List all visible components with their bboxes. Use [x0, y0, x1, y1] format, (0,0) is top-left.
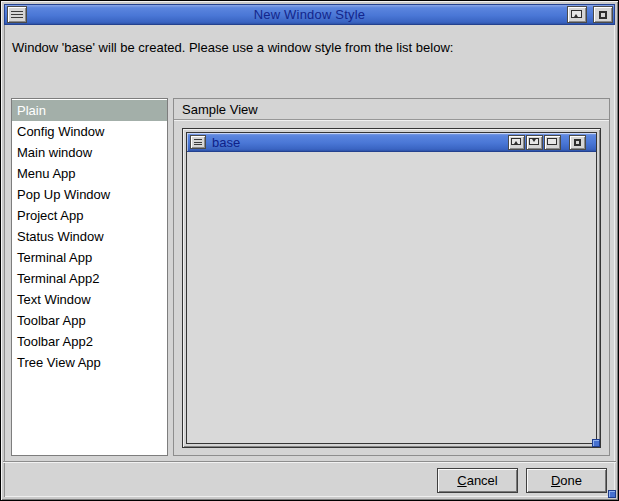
- style-list-item[interactable]: Toolbar App: [12, 310, 167, 331]
- new-window-style-dialog: New Window Style Window 'base' will be c…: [0, 0, 619, 501]
- style-list-item[interactable]: Text Window: [12, 289, 167, 310]
- sample-shade-up-button: [508, 135, 525, 150]
- style-list-item[interactable]: Terminal App: [12, 247, 167, 268]
- style-list-item[interactable]: Main window: [12, 142, 167, 163]
- sample-window-menu-button: [190, 135, 206, 149]
- sample-view-panel: Sample View base: [173, 98, 610, 456]
- instruction-text: Window 'base' will be created. Please us…: [12, 40, 453, 55]
- sample-blank-button: [544, 135, 561, 150]
- style-list-item[interactable]: Project App: [12, 205, 167, 226]
- sample-window-menu-icon: [194, 139, 202, 145]
- window-title: New Window Style: [5, 7, 614, 22]
- shade-down-icon: [529, 138, 539, 145]
- style-list-item[interactable]: Toolbar App2: [12, 331, 167, 352]
- style-list-item[interactable]: Menu App: [12, 163, 167, 184]
- sample-window: base: [186, 132, 597, 444]
- sample-shade-down-button: [526, 135, 543, 150]
- sample-view-label: Sample View: [174, 99, 609, 120]
- sample-resize-grip-icon: [592, 439, 600, 447]
- window-resize-grip-icon[interactable]: [608, 490, 616, 498]
- style-list[interactable]: Plain Config Window Main window Menu App…: [11, 98, 168, 456]
- button-row-divider: [3, 461, 616, 463]
- sample-window-frame: base: [182, 128, 601, 448]
- sample-maximize-icon: [574, 139, 581, 146]
- sample-titlebar: base: [187, 133, 596, 152]
- cancel-button[interactable]: Cancel: [437, 468, 518, 493]
- shade-button[interactable]: [567, 6, 587, 23]
- done-accelerator: D: [551, 473, 560, 488]
- cancel-label: ancel: [467, 473, 498, 488]
- shade-icon: [571, 10, 582, 18]
- style-list-item[interactable]: Config Window: [12, 121, 167, 142]
- style-list-item[interactable]: Plain: [12, 100, 167, 121]
- done-label: one: [560, 473, 582, 488]
- style-list-item[interactable]: Pop Up Window: [12, 184, 167, 205]
- empty-box-icon: [547, 138, 557, 145]
- done-button[interactable]: Done: [526, 468, 607, 493]
- sample-window-title: base: [212, 135, 240, 150]
- sample-maximize-button: [569, 135, 586, 150]
- cancel-accelerator: C: [457, 473, 466, 488]
- style-list-item[interactable]: Terminal App2: [12, 268, 167, 289]
- style-list-item[interactable]: Status Window: [12, 226, 167, 247]
- maximize-button[interactable]: [593, 6, 613, 23]
- maximize-icon: [599, 11, 607, 19]
- shade-up-icon: [511, 138, 521, 145]
- sample-titlebar-controls: [508, 135, 561, 150]
- titlebar[interactable]: New Window Style: [4, 4, 615, 25]
- style-list-item[interactable]: Tree View App: [12, 352, 167, 373]
